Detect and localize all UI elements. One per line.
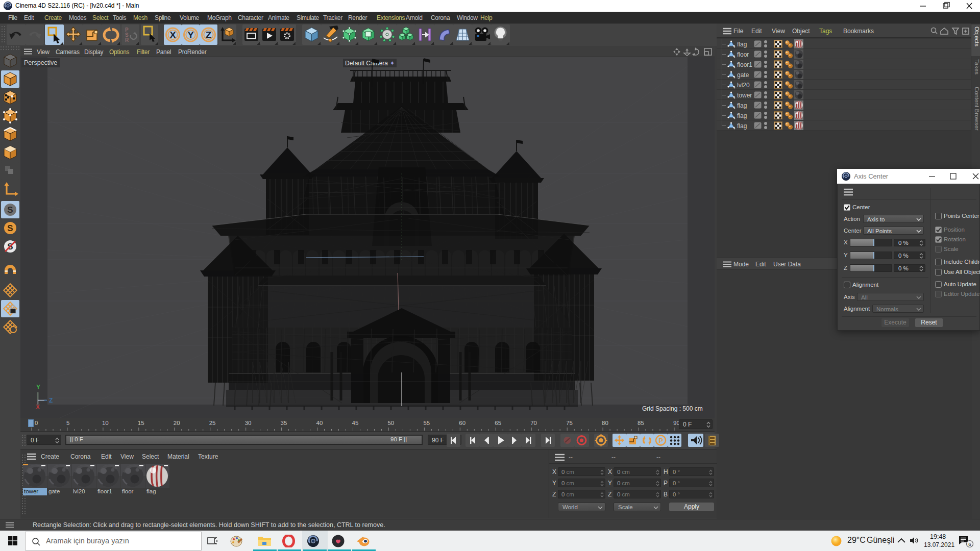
svg-text:S: S bbox=[7, 223, 13, 233]
svg-text:Y: Y bbox=[187, 30, 194, 40]
svg-text:6: 6 bbox=[968, 541, 971, 547]
svg-text:X: X bbox=[169, 30, 176, 40]
svg-text:S: S bbox=[7, 205, 13, 215]
svg-text:P: P bbox=[658, 437, 663, 444]
svg-text:R: R bbox=[125, 37, 129, 43]
svg-text:Z: Z bbox=[206, 30, 212, 40]
